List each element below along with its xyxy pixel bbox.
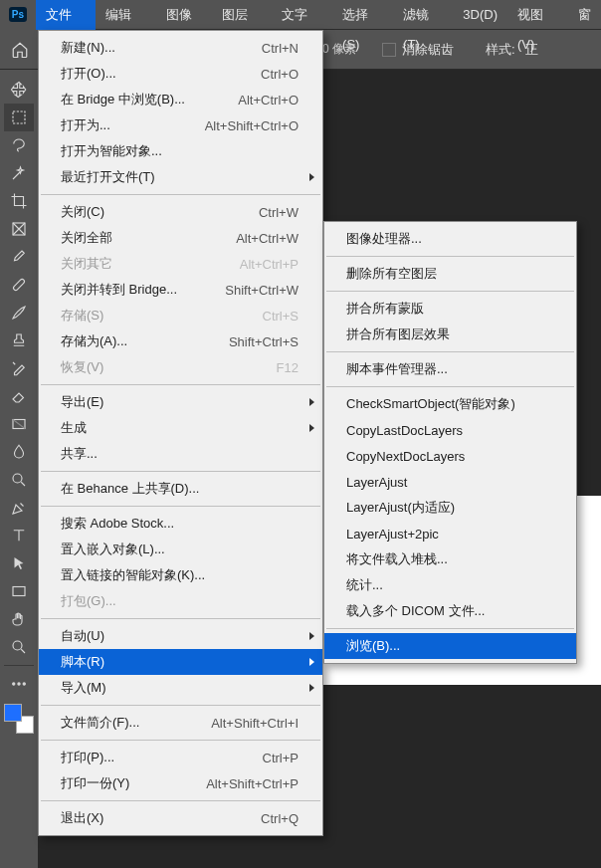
menu-item[interactable]: 置入链接的智能对象(K)... <box>39 562 322 588</box>
menu-3d[interactable]: 3D(D) <box>453 0 507 30</box>
menu-item[interactable]: 打印(P)...Ctrl+P <box>39 745 322 770</box>
menu-item[interactable]: 打开为智能对象... <box>39 138 322 164</box>
gradient-tool-icon[interactable] <box>4 410 34 438</box>
menu-text[interactable]: 文字(Y) <box>272 0 332 30</box>
svg-point-9 <box>23 683 25 685</box>
menu-item[interactable]: 打印一份(Y)Alt+Shift+Ctrl+P <box>39 770 322 796</box>
submenu-arrow-icon <box>309 173 314 181</box>
svg-point-4 <box>13 474 22 483</box>
menu-file[interactable]: 文件(F) <box>36 0 96 30</box>
menu-item-label: 删除所有空图层 <box>346 265 552 283</box>
menu-item[interactable]: 关闭(C)Ctrl+W <box>39 199 322 225</box>
history-brush-tool-icon[interactable] <box>4 354 34 382</box>
crop-tool-icon[interactable] <box>4 187 34 215</box>
menu-item[interactable]: 最近打开文件(T) <box>39 164 322 190</box>
menu-item[interactable]: 删除所有空图层 <box>324 261 576 287</box>
menu-item[interactable]: 在 Bridge 中浏览(B)...Alt+Ctrl+O <box>39 87 322 112</box>
menu-window[interactable]: 窗 <box>568 0 601 30</box>
menu-item[interactable]: 退出(X)Ctrl+Q <box>39 805 322 831</box>
dodge-tool-icon[interactable] <box>4 466 34 494</box>
menu-item[interactable]: 搜索 Adobe Stock... <box>39 511 322 537</box>
menu-item[interactable]: 载入多个 DICOM 文件... <box>324 598 576 624</box>
menu-item[interactable]: 关闭并转到 Bridge...Shift+Ctrl+W <box>39 277 322 303</box>
menu-item[interactable]: 脚本(R) <box>39 649 322 675</box>
marquee-tool-icon[interactable] <box>4 104 34 131</box>
zoom-tool-icon[interactable] <box>4 633 34 661</box>
menu-item-shortcut: F12 <box>277 360 299 375</box>
menu-item[interactable]: 拼合所有图层效果 <box>324 322 576 347</box>
submenu-arrow-icon <box>309 684 314 692</box>
menu-filter[interactable]: 滤镜(T) <box>393 0 453 30</box>
menu-item-label: 打开为... <box>61 116 205 134</box>
color-swatch[interactable] <box>4 704 34 734</box>
menu-select[interactable]: 选择(S) <box>332 0 393 30</box>
menu-item-label: 文件简介(F)... <box>61 714 211 732</box>
hand-tool-icon[interactable] <box>4 605 34 633</box>
menu-item[interactable]: 在 Behance 上共享(D)... <box>39 476 322 502</box>
menu-item[interactable]: 将文件载入堆栈... <box>324 546 576 572</box>
menu-item[interactable]: 浏览(B)... <box>324 633 576 659</box>
move-tool-icon[interactable] <box>4 76 34 104</box>
menu-item[interactable]: 自动(U) <box>39 623 322 649</box>
submenu-arrow-icon <box>309 398 314 406</box>
menu-item-label: 关闭其它 <box>61 255 240 273</box>
menu-item[interactable]: 脚本事件管理器... <box>324 356 576 382</box>
menu-separator <box>326 628 574 629</box>
menu-item[interactable]: 关闭全部Alt+Ctrl+W <box>39 225 322 251</box>
antialias-checkbox[interactable] <box>382 43 396 57</box>
healing-tool-icon[interactable] <box>4 271 34 299</box>
menu-item-shortcut: Alt+Shift+Ctrl+I <box>211 716 299 731</box>
menu-view[interactable]: 视图(V) <box>507 0 568 30</box>
menu-edit[interactable]: 编辑(E) <box>96 0 156 30</box>
menu-item[interactable]: 导出(E) <box>39 389 322 415</box>
eraser-tool-icon[interactable] <box>4 382 34 410</box>
menu-item[interactable]: 导入(M) <box>39 675 322 701</box>
menu-item-label: 图像处理器... <box>346 230 552 248</box>
menu-item[interactable]: LayerAjust+2pic <box>324 521 576 546</box>
menu-item[interactable]: 打开(O)...Ctrl+O <box>39 61 322 87</box>
menu-item[interactable]: 文件简介(F)...Alt+Shift+Ctrl+I <box>39 710 322 736</box>
menu-item[interactable]: 打开为...Alt+Shift+Ctrl+O <box>39 112 322 138</box>
menu-separator <box>41 618 320 619</box>
menu-item[interactable]: CopyLastDocLayers <box>324 417 576 443</box>
pen-tool-icon[interactable] <box>4 494 34 522</box>
path-select-tool-icon[interactable] <box>4 549 34 577</box>
menu-item: 恢复(V)F12 <box>39 354 322 380</box>
menu-item-label: 存储(S) <box>61 307 263 325</box>
menu-item[interactable]: LayerAjust(内适应) <box>324 495 576 521</box>
menu-separator <box>326 256 574 257</box>
menu-item[interactable]: 存储为(A)...Shift+Ctrl+S <box>39 328 322 354</box>
menu-separator <box>41 705 320 706</box>
wand-tool-icon[interactable] <box>4 159 34 187</box>
menu-item-label: 在 Bridge 中浏览(B)... <box>61 91 238 108</box>
menu-image[interactable]: 图像(I) <box>156 0 212 30</box>
menu-item[interactable]: CheckSmartObject(智能对象) <box>324 391 576 417</box>
more-tools-icon[interactable] <box>4 670 34 698</box>
menu-item: 存储(S)Ctrl+S <box>39 303 322 328</box>
menu-item[interactable]: CopyNextDocLayers <box>324 443 576 469</box>
menu-layer[interactable]: 图层(L) <box>212 0 272 30</box>
type-tool-icon[interactable] <box>4 522 34 549</box>
menu-separator <box>41 384 320 385</box>
foreground-color[interactable] <box>4 704 22 722</box>
menu-item-shortcut: Alt+Shift+Ctrl+P <box>206 776 299 791</box>
menu-item[interactable]: 新建(N)...Ctrl+N <box>39 35 322 61</box>
rectangle-tool-icon[interactable] <box>4 577 34 605</box>
menu-item-label: 最近打开文件(T) <box>61 168 299 186</box>
menubar: Ps 文件(F) 编辑(E) 图像(I) 图层(L) 文字(Y) 选择(S) 滤… <box>0 0 601 30</box>
menu-item-label: 恢复(V) <box>61 358 277 376</box>
stamp-tool-icon[interactable] <box>4 326 34 354</box>
menu-item[interactable]: 共享... <box>39 441 322 467</box>
home-icon[interactable] <box>6 36 34 64</box>
menu-item[interactable]: 图像处理器... <box>324 226 576 252</box>
menu-item[interactable]: LayerAjust <box>324 469 576 495</box>
menu-item[interactable]: 统计... <box>324 572 576 598</box>
lasso-tool-icon[interactable] <box>4 131 34 159</box>
frame-tool-icon[interactable] <box>4 215 34 243</box>
brush-tool-icon[interactable] <box>4 299 34 326</box>
blur-tool-icon[interactable] <box>4 438 34 466</box>
menu-item[interactable]: 置入嵌入对象(L)... <box>39 537 322 562</box>
menu-item[interactable]: 生成 <box>39 415 322 441</box>
eyedropper-tool-icon[interactable] <box>4 243 34 271</box>
menu-item[interactable]: 拼合所有蒙版 <box>324 296 576 322</box>
